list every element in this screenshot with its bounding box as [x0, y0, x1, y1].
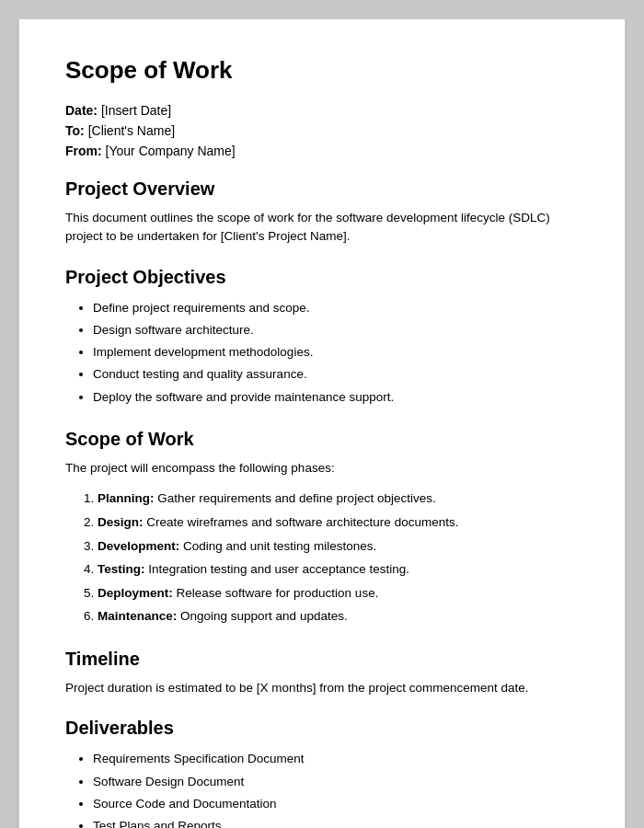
- document-title: Scope of Work: [65, 56, 579, 85]
- meta-block: Date: [Insert Date] To: [Client's Name] …: [65, 103, 579, 158]
- list-item: Maintenance: Ongoing support and updates…: [98, 604, 579, 628]
- phase-label: Testing:: [98, 562, 145, 576]
- project-overview-paragraph: This document outlines the scope of work…: [65, 209, 579, 247]
- scope-intro: The project will encompass the following…: [65, 459, 579, 477]
- project-objectives-list: Define project requirements and scope. D…: [93, 297, 579, 408]
- list-item: Implement development methodologies.: [93, 341, 579, 363]
- list-item: Development: Coding and unit testing mil…: [98, 535, 579, 558]
- from-line: From: [Your Company Name]: [65, 144, 579, 158]
- from-value: [Your Company Name]: [106, 144, 236, 158]
- deliverables-heading: Deliverables: [65, 718, 579, 739]
- list-item: Conduct testing and quality assurance.: [93, 363, 579, 385]
- from-label: From:: [65, 144, 102, 158]
- list-item: Requirements Specification Document: [93, 748, 579, 770]
- scope-phases-list: Planning: Gather requirements and define…: [98, 487, 579, 628]
- phase-label: Development:: [98, 539, 179, 553]
- scope-of-work-heading: Scope of Work: [65, 429, 579, 450]
- list-item: Testing: Integration testing and user ac…: [98, 558, 579, 581]
- date-value: [Insert Date]: [101, 103, 171, 118]
- document-container: Scope of Work Date: [Insert Date] To: [C…: [18, 18, 626, 828]
- list-item: Deploy the software and provide maintena…: [93, 386, 579, 408]
- phase-label: Deployment:: [98, 586, 173, 600]
- list-item: Design software architecture.: [93, 319, 579, 341]
- timeline-heading: Timeline: [65, 649, 579, 670]
- phase-label: Planning:: [98, 491, 155, 505]
- list-item: Software Design Document: [93, 771, 579, 793]
- to-line: To: [Client's Name]: [65, 123, 579, 138]
- list-item: Define project requirements and scope.: [93, 297, 579, 319]
- project-overview-heading: Project Overview: [65, 178, 579, 200]
- to-label: To:: [65, 123, 85, 138]
- project-objectives-heading: Project Objectives: [65, 267, 579, 288]
- list-item: Planning: Gather requirements and define…: [98, 487, 579, 511]
- date-label: Date:: [65, 103, 98, 118]
- list-item: Test Plans and Reports: [93, 815, 579, 828]
- deliverables-list: Requirements Specification Document Soft…: [93, 748, 579, 828]
- list-item: Source Code and Documentation: [93, 793, 579, 815]
- list-item: Design: Create wireframes and software a…: [98, 511, 579, 535]
- phase-label: Maintenance:: [98, 609, 177, 623]
- timeline-paragraph: Project duration is estimated to be [X m…: [65, 679, 579, 697]
- list-item: Deployment: Release software for product…: [98, 581, 579, 605]
- to-value: [Client's Name]: [88, 123, 175, 138]
- phase-label: Design:: [98, 515, 144, 529]
- date-line: Date: [Insert Date]: [65, 103, 579, 118]
